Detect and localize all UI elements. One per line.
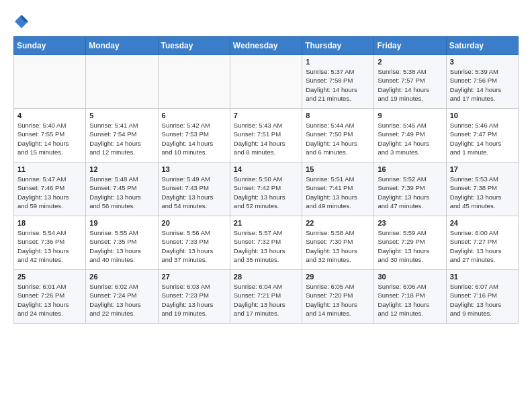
day-number: 4 — [17, 111, 82, 120]
calendar-cell: 4Sunrise: 5:40 AM Sunset: 7:55 PM Daylig… — [14, 109, 86, 163]
logo-icon — [13, 13, 30, 30]
calendar-header-row: SundayMondayTuesdayWednesdayThursdayFrid… — [14, 37, 519, 55]
day-detail: Sunrise: 5:55 AM Sunset: 7:35 PM Dayligh… — [89, 228, 154, 264]
calendar-cell: 3Sunrise: 5:39 AM Sunset: 7:56 PM Daylig… — [446, 55, 518, 109]
calendar-cell: 19Sunrise: 5:55 AM Sunset: 7:35 PM Dayli… — [86, 216, 158, 270]
calendar-cell — [14, 55, 86, 109]
day-detail: Sunrise: 5:54 AM Sunset: 7:36 PM Dayligh… — [17, 228, 82, 264]
calendar-week-4: 25Sunrise: 6:01 AM Sunset: 7:26 PM Dayli… — [14, 270, 519, 324]
calendar-cell: 1Sunrise: 5:37 AM Sunset: 7:58 PM Daylig… — [302, 55, 374, 109]
day-number: 23 — [378, 219, 442, 227]
day-detail: Sunrise: 5:57 AM Sunset: 7:32 PM Dayligh… — [234, 228, 298, 264]
calendar-cell: 26Sunrise: 6:02 AM Sunset: 7:24 PM Dayli… — [86, 270, 158, 324]
day-number: 16 — [378, 165, 442, 173]
day-detail: Sunrise: 5:44 AM Sunset: 7:50 PM Dayligh… — [306, 121, 370, 156]
day-detail: Sunrise: 5:41 AM Sunset: 7:54 PM Dayligh… — [89, 121, 154, 156]
day-number: 10 — [450, 111, 515, 120]
calendar-cell: 6Sunrise: 5:42 AM Sunset: 7:53 PM Daylig… — [158, 109, 230, 163]
day-number: 20 — [162, 219, 226, 227]
day-header-sunday: Sunday — [14, 37, 86, 55]
day-number: 3 — [450, 58, 515, 66]
calendar-cell: 24Sunrise: 6:00 AM Sunset: 7:27 PM Dayli… — [446, 216, 518, 270]
day-number: 6 — [162, 111, 226, 120]
day-number: 12 — [89, 165, 154, 173]
day-detail: Sunrise: 5:39 AM Sunset: 7:56 PM Dayligh… — [450, 67, 515, 103]
day-header-saturday: Saturday — [446, 37, 518, 55]
day-number: 11 — [17, 165, 82, 173]
day-number: 31 — [450, 273, 515, 281]
calendar-cell: 17Sunrise: 5:53 AM Sunset: 7:38 PM Dayli… — [446, 163, 518, 216]
day-detail: Sunrise: 5:45 AM Sunset: 7:49 PM Dayligh… — [378, 121, 442, 156]
day-detail: Sunrise: 6:00 AM Sunset: 7:27 PM Dayligh… — [450, 228, 515, 264]
day-detail: Sunrise: 5:43 AM Sunset: 7:51 PM Dayligh… — [234, 121, 298, 156]
calendar-cell: 9Sunrise: 5:45 AM Sunset: 7:49 PM Daylig… — [374, 109, 446, 163]
calendar-cell: 12Sunrise: 5:48 AM Sunset: 7:45 PM Dayli… — [86, 163, 158, 216]
day-header-wednesday: Wednesday — [230, 37, 302, 55]
day-number: 13 — [162, 165, 226, 173]
day-number: 17 — [450, 165, 515, 173]
calendar-table: SundayMondayTuesdayWednesdayThursdayFrid… — [13, 36, 519, 324]
day-detail: Sunrise: 5:47 AM Sunset: 7:46 PM Dayligh… — [17, 175, 82, 210]
calendar-cell: 30Sunrise: 6:06 AM Sunset: 7:18 PM Dayli… — [374, 270, 446, 324]
calendar-week-0: 1Sunrise: 5:37 AM Sunset: 7:58 PM Daylig… — [14, 55, 519, 109]
calendar-cell: 21Sunrise: 5:57 AM Sunset: 7:32 PM Dayli… — [230, 216, 302, 270]
day-number: 5 — [89, 111, 154, 120]
calendar-week-1: 4Sunrise: 5:40 AM Sunset: 7:55 PM Daylig… — [14, 109, 519, 163]
calendar-cell — [86, 55, 158, 109]
calendar-cell: 31Sunrise: 6:07 AM Sunset: 7:16 PM Dayli… — [446, 270, 518, 324]
calendar-cell: 2Sunrise: 5:38 AM Sunset: 7:57 PM Daylig… — [374, 55, 446, 109]
calendar-week-2: 11Sunrise: 5:47 AM Sunset: 7:46 PM Dayli… — [14, 163, 519, 216]
day-number: 2 — [378, 58, 442, 66]
calendar-body: 1Sunrise: 5:37 AM Sunset: 7:58 PM Daylig… — [14, 55, 519, 324]
logo — [13, 13, 32, 30]
calendar-cell: 14Sunrise: 5:50 AM Sunset: 7:42 PM Dayli… — [230, 163, 302, 216]
day-number: 8 — [306, 111, 370, 120]
day-detail: Sunrise: 5:46 AM Sunset: 7:47 PM Dayligh… — [450, 121, 515, 156]
day-detail: Sunrise: 6:02 AM Sunset: 7:24 PM Dayligh… — [89, 282, 154, 318]
day-detail: Sunrise: 5:52 AM Sunset: 7:39 PM Dayligh… — [378, 175, 442, 210]
calendar-cell: 28Sunrise: 6:04 AM Sunset: 7:21 PM Dayli… — [230, 270, 302, 324]
day-number: 18 — [17, 219, 82, 227]
day-detail: Sunrise: 5:37 AM Sunset: 7:58 PM Dayligh… — [306, 67, 370, 103]
calendar-cell: 27Sunrise: 6:03 AM Sunset: 7:23 PM Dayli… — [158, 270, 230, 324]
day-detail: Sunrise: 5:42 AM Sunset: 7:53 PM Dayligh… — [162, 121, 226, 156]
day-detail: Sunrise: 5:50 AM Sunset: 7:42 PM Dayligh… — [234, 175, 298, 210]
calendar-cell: 11Sunrise: 5:47 AM Sunset: 7:46 PM Dayli… — [14, 163, 86, 216]
day-number: 28 — [234, 273, 298, 281]
day-number: 29 — [306, 273, 370, 281]
day-detail: Sunrise: 5:53 AM Sunset: 7:38 PM Dayligh… — [450, 175, 515, 210]
day-detail: Sunrise: 6:03 AM Sunset: 7:23 PM Dayligh… — [162, 282, 226, 318]
day-detail: Sunrise: 6:05 AM Sunset: 7:20 PM Dayligh… — [306, 282, 370, 318]
calendar-cell: 20Sunrise: 5:56 AM Sunset: 7:33 PM Dayli… — [158, 216, 230, 270]
day-detail: Sunrise: 5:58 AM Sunset: 7:30 PM Dayligh… — [306, 228, 370, 264]
day-detail: Sunrise: 5:51 AM Sunset: 7:41 PM Dayligh… — [306, 175, 370, 210]
calendar-cell: 10Sunrise: 5:46 AM Sunset: 7:47 PM Dayli… — [446, 109, 518, 163]
day-header-monday: Monday — [86, 37, 158, 55]
day-number: 7 — [234, 111, 298, 120]
calendar-week-3: 18Sunrise: 5:54 AM Sunset: 7:36 PM Dayli… — [14, 216, 519, 270]
day-header-friday: Friday — [374, 37, 446, 55]
calendar-cell: 13Sunrise: 5:49 AM Sunset: 7:43 PM Dayli… — [158, 163, 230, 216]
calendar-cell: 7Sunrise: 5:43 AM Sunset: 7:51 PM Daylig… — [230, 109, 302, 163]
day-number: 26 — [89, 273, 154, 281]
day-header-tuesday: Tuesday — [158, 37, 230, 55]
day-number: 1 — [306, 58, 370, 66]
day-detail: Sunrise: 5:59 AM Sunset: 7:29 PM Dayligh… — [378, 228, 442, 264]
calendar-cell: 8Sunrise: 5:44 AM Sunset: 7:50 PM Daylig… — [302, 109, 374, 163]
calendar-cell: 29Sunrise: 6:05 AM Sunset: 7:20 PM Dayli… — [302, 270, 374, 324]
day-number: 9 — [378, 111, 442, 120]
calendar-cell: 15Sunrise: 5:51 AM Sunset: 7:41 PM Dayli… — [302, 163, 374, 216]
day-number: 24 — [450, 219, 515, 227]
day-detail: Sunrise: 6:07 AM Sunset: 7:16 PM Dayligh… — [450, 282, 515, 318]
day-detail: Sunrise: 6:06 AM Sunset: 7:18 PM Dayligh… — [378, 282, 442, 318]
day-header-thursday: Thursday — [302, 37, 374, 55]
day-number: 27 — [162, 273, 226, 281]
calendar-cell: 18Sunrise: 5:54 AM Sunset: 7:36 PM Dayli… — [14, 216, 86, 270]
day-detail: Sunrise: 6:04 AM Sunset: 7:21 PM Dayligh… — [234, 282, 298, 318]
calendar-cell: 23Sunrise: 5:59 AM Sunset: 7:29 PM Dayli… — [374, 216, 446, 270]
day-number: 25 — [17, 273, 82, 281]
page-header — [13, 13, 519, 30]
day-detail: Sunrise: 5:38 AM Sunset: 7:57 PM Dayligh… — [378, 67, 442, 103]
day-number: 15 — [306, 165, 370, 173]
calendar-cell — [230, 55, 302, 109]
